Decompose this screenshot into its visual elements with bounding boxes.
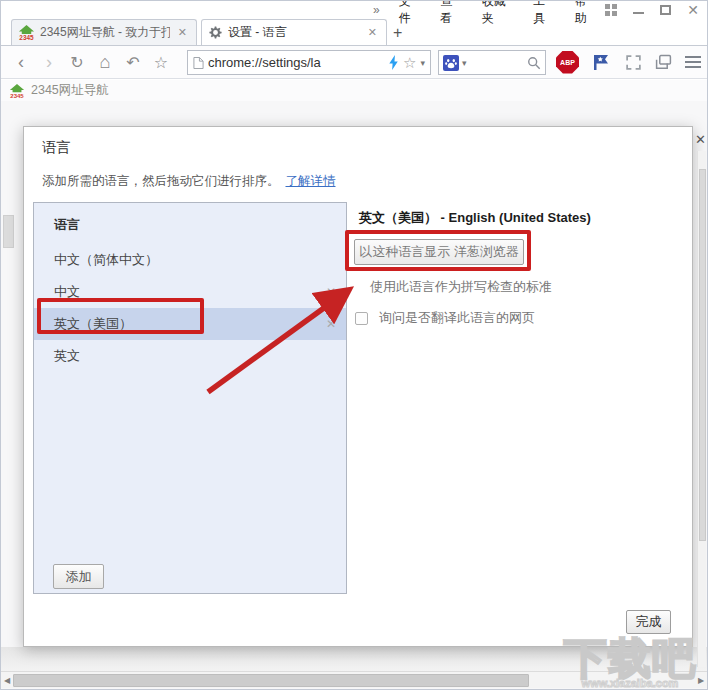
- tab-2345-home[interactable]: 2345 2345网址导航 - 致力于打 ✕: [11, 19, 197, 45]
- browser-window: » 文件 查看 收藏夹 工具 帮助 ✕ 2345 2345网址导航 - 致力于打…: [0, 0, 708, 690]
- spellcheck-standard-label[interactable]: 使用此语言作为拼写检查的标准: [370, 278, 552, 296]
- tab-strip: 2345 2345网址导航 - 致力于打 ✕ 设置 - 语言 ✕: [11, 19, 391, 45]
- fullscreen-icon[interactable]: [625, 54, 642, 71]
- dialog-description-text: 添加所需的语言，然后拖动它们进行排序。: [42, 174, 280, 188]
- page-scrollbar-thumb[interactable]: [3, 215, 14, 248]
- language-item-label: 中文: [54, 283, 80, 301]
- close-window-icon[interactable]: ✕: [687, 3, 699, 17]
- minimize-icon[interactable]: [633, 12, 644, 14]
- language-item-label: 中文（简体中文）: [54, 251, 158, 269]
- undo-icon[interactable]: ↶: [119, 53, 147, 72]
- menu-help[interactable]: 帮助: [564, 0, 606, 27]
- favorites-star-icon[interactable]: ☆: [147, 53, 175, 72]
- window-controls: ✕: [605, 3, 705, 17]
- tab-close-icon[interactable]: ✕: [365, 25, 380, 40]
- page-bottom-shade: [1, 647, 707, 673]
- menu-file[interactable]: 文件: [388, 0, 430, 27]
- translate-checkbox-label: 询问是否翻译此语言的网页: [379, 309, 535, 327]
- adblock-plus-icon[interactable]: ABP: [556, 51, 579, 74]
- tab-settings-language[interactable]: 设置 - 语言 ✕: [201, 19, 387, 45]
- vertical-scrollbar-thumb[interactable]: [699, 169, 706, 541]
- translate-checkbox[interactable]: [355, 312, 368, 325]
- apps-grid-icon[interactable]: [605, 4, 617, 16]
- scroll-right-icon[interactable]: ▶: [695, 676, 707, 685]
- menu-favorites[interactable]: 收藏夹: [471, 0, 522, 27]
- refresh-icon[interactable]: ↻: [63, 53, 91, 72]
- search-icon[interactable]: [527, 56, 541, 70]
- page-icon: [193, 56, 204, 70]
- collect-flag-icon[interactable]: [592, 53, 612, 72]
- baidu-paw-icon[interactable]: [443, 55, 459, 71]
- menu-tools[interactable]: 工具: [522, 0, 564, 27]
- menu-bar: » 文件 查看 收藏夹 工具 帮助 ✕: [369, 1, 705, 19]
- language-item-chinese-simplified[interactable]: 中文（简体中文）: [34, 244, 346, 276]
- bookmark-star-icon[interactable]: ☆: [403, 54, 416, 72]
- bookmarks-bar: 2345 2345网址导航: [1, 80, 707, 101]
- translate-option-row: 询问是否翻译此语言的网页: [355, 309, 535, 327]
- tab-title: 2345网址导航 - 致力于打: [40, 24, 170, 41]
- url-text[interactable]: chrome://settings/la: [208, 55, 385, 70]
- menu-hamburger-icon[interactable]: [685, 56, 701, 68]
- dialog-description: 添加所需的语言，然后拖动它们进行排序。了解详情: [42, 173, 336, 190]
- bookmark-item-2345[interactable]: 2345网址导航: [31, 82, 109, 99]
- new-tab-button[interactable]: +: [393, 26, 402, 40]
- add-language-button[interactable]: 添加: [53, 564, 104, 589]
- dialog-close-icon[interactable]: ✕: [695, 132, 706, 147]
- display-in-language-button[interactable]: 以这种语言显示 洋葱浏览器: [354, 239, 524, 265]
- address-bar[interactable]: chrome://settings/la ☆ ▾: [187, 50, 431, 75]
- back-icon[interactable]: ‹: [7, 52, 35, 73]
- maximize-icon[interactable]: [660, 5, 671, 15]
- chevron-down-icon[interactable]: ▾: [420, 58, 425, 68]
- menu-view[interactable]: 查看: [429, 0, 471, 27]
- language-item-english[interactable]: 英文: [34, 340, 346, 372]
- language-list-header: 语言: [34, 203, 346, 244]
- chevron-down-icon[interactable]: ▾: [462, 58, 467, 68]
- 2345-logo-icon: 2345: [9, 83, 25, 99]
- selected-language-header: 英文（美国） - English (United States): [359, 209, 591, 227]
- svg-text:2345: 2345: [10, 93, 24, 99]
- language-dialog: ✕ 语言 添加所需的语言，然后拖动它们进行排序。了解详情 语言 中文（简体中文）…: [23, 126, 693, 647]
- remove-language-icon[interactable]: ✕: [326, 285, 336, 299]
- gear-icon: [208, 25, 223, 40]
- menu-overflow-chevron-icon[interactable]: »: [369, 3, 388, 17]
- horizontal-scrollbar[interactable]: ◀ ▶: [1, 671, 707, 688]
- forward-icon[interactable]: ›: [35, 52, 63, 73]
- svg-text:2345: 2345: [19, 34, 34, 41]
- 2345-logo-icon: 2345: [18, 24, 35, 41]
- tab-title: 设置 - 语言: [228, 24, 360, 41]
- lightning-icon[interactable]: [389, 55, 399, 70]
- search-box[interactable]: ▾: [438, 50, 546, 75]
- language-list-panel: 语言 中文（简体中文） 中文 ✕ 英文（美国） ✕ 英文 添加: [33, 202, 347, 594]
- language-item-chinese[interactable]: 中文 ✕: [34, 276, 346, 308]
- language-item-label: 英文（美国）: [54, 315, 132, 333]
- language-item-label: 英文: [54, 347, 80, 365]
- remove-language-icon[interactable]: ✕: [326, 317, 336, 331]
- cascade-windows-icon[interactable]: [655, 54, 672, 71]
- vertical-scrollbar[interactable]: [697, 151, 706, 667]
- toolbar: ‹ › ↻ ⌂ ↶ ☆ chrome://settings/la ☆ ▾: [1, 45, 707, 79]
- tab-close-icon[interactable]: ✕: [175, 25, 190, 40]
- home-icon[interactable]: ⌂: [91, 52, 119, 73]
- horizontal-scrollbar-thumb[interactable]: [13, 674, 529, 687]
- dialog-title: 语言: [42, 138, 71, 157]
- learn-more-link[interactable]: 了解详情: [286, 174, 336, 188]
- language-item-english-us[interactable]: 英文（美国） ✕: [34, 308, 346, 340]
- scroll-left-icon[interactable]: ◀: [1, 676, 13, 685]
- done-button[interactable]: 完成: [626, 610, 671, 634]
